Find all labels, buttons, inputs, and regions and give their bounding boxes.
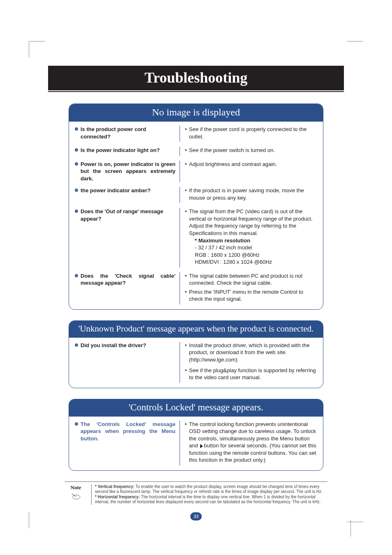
note-label: Note xyxy=(65,484,87,491)
question-text: Power is on, power indicator is green bu… xyxy=(81,161,175,182)
box-body: Is the product power cord connected? See… xyxy=(69,122,323,309)
page-title: Troubleshooting xyxy=(48,66,344,90)
troubleshoot-box-no-image: No image is displayed Is the product pow… xyxy=(69,104,323,310)
qa-row: The 'Controls Locked' message appears wh… xyxy=(75,421,317,465)
answer-text: Press the 'INPUT' menu in the remote Con… xyxy=(185,288,317,303)
page-number: 33 xyxy=(190,512,202,520)
bullet-icon xyxy=(75,148,78,152)
answer-text: If the product is in power saving mode, … xyxy=(185,187,317,201)
bullet-icon xyxy=(75,189,78,192)
crop-mark xyxy=(347,41,363,58)
answer-text: The signal cable between PC and product … xyxy=(185,272,317,287)
qa-row: Does the 'Out of range' message appear? … xyxy=(75,208,317,267)
note-hf-label: * Horizontal frequency: xyxy=(95,495,140,499)
answer-text: The signal from the PC (video card) is o… xyxy=(189,208,313,236)
box-body: Did you install the driver? Install the … xyxy=(69,338,323,388)
note-block: Note * Vertical frequency: To enable the… xyxy=(65,481,327,505)
title-underline xyxy=(48,91,344,92)
box-header: 'Controls Locked' message appears. xyxy=(69,399,323,417)
qa-row: the power indicator amber? If the produc… xyxy=(75,187,317,203)
bullet-icon xyxy=(75,274,78,277)
question-text: Is the product power cord connected? xyxy=(81,126,175,140)
note-text: * Vertical frequency: To enable the user… xyxy=(91,484,327,505)
bullet-icon xyxy=(75,343,78,347)
troubleshoot-box-controls-locked: 'Controls Locked' message appears. The '… xyxy=(69,399,323,471)
question-text: the power indicator amber? xyxy=(81,187,175,194)
answer-text: Install the product driver, which is pro… xyxy=(185,342,317,364)
answer-text: See if the plug&play function is support… xyxy=(185,367,317,381)
bullet-icon xyxy=(75,422,78,426)
answer-text: The control locking function prevents un… xyxy=(185,421,317,464)
note-vf-label: * Vertical frequency: xyxy=(95,484,134,489)
question-text: Did you install the driver? xyxy=(81,342,175,349)
crop-mark xyxy=(350,520,351,537)
box-body: The 'Controls Locked' message appears wh… xyxy=(69,417,323,470)
question-text: The 'Controls Locked' message appears wh… xyxy=(81,421,175,442)
crop-mark xyxy=(29,512,45,528)
page-content: Troubleshooting No image is displayed Is… xyxy=(48,66,344,520)
box-header: No image is displayed xyxy=(69,104,323,122)
box-header: 'Unknown Product' message appears when t… xyxy=(69,321,323,338)
answer-sub-bold: * Maximum resolution xyxy=(189,237,317,244)
bullet-icon xyxy=(75,162,78,166)
answer-sub-line: - 32 / 37 / 42 inch model xyxy=(189,244,317,251)
answer-sub-line: HDMI/DVI : 1280 x 1024 @60Hz xyxy=(189,258,317,266)
troubleshoot-box-unknown-product: 'Unknown Product' message appears when t… xyxy=(69,320,323,388)
qa-row: Does the 'Check signal cable' message ap… xyxy=(75,272,317,304)
question-text: Is the power indicator light on? xyxy=(81,147,175,154)
crop-mark xyxy=(29,41,45,58)
svg-point-0 xyxy=(73,495,80,499)
note-pencil-icon xyxy=(71,493,81,500)
qa-row: Is the product power cord connected? See… xyxy=(75,126,317,142)
qa-row: Did you install the driver? Install the … xyxy=(75,342,317,383)
answer-text: Adjust brightness and contrast again. xyxy=(185,161,317,168)
crop-mark xyxy=(347,522,363,522)
answer-text: See if the power switch is turned on. xyxy=(185,147,317,154)
qa-row: Power is on, power indicator is green bu… xyxy=(75,161,317,182)
question-text: Does the 'Out of range' message appear? xyxy=(81,208,175,222)
answer-sub-line: RGB : 1600 x 1200 @60Hz xyxy=(189,251,317,259)
bullet-icon xyxy=(75,127,78,131)
bullet-icon xyxy=(75,210,78,213)
answer-text: See if the power cord is properly connec… xyxy=(185,126,317,140)
play-triangle-icon xyxy=(200,444,203,448)
qa-row: Is the power indicator light on? See if … xyxy=(75,147,317,156)
question-text: Does the 'Check signal cable' message ap… xyxy=(81,272,175,287)
note-label-col: Note xyxy=(65,484,87,505)
